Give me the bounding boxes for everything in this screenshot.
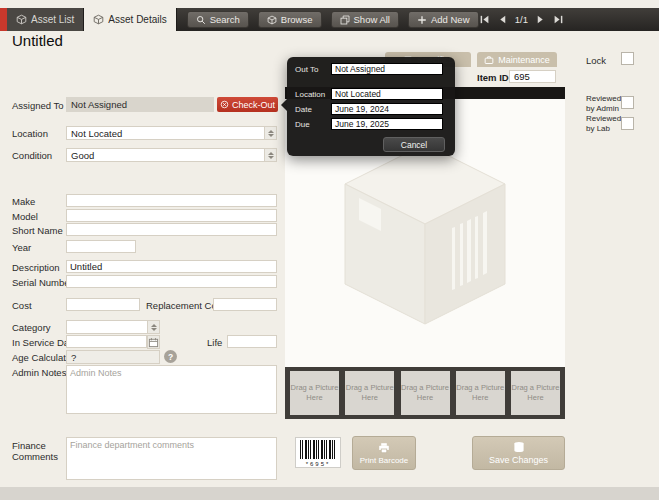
tab-asset-list[interactable]: Asset List: [7, 8, 84, 31]
reviewed-by-admin-checkbox[interactable]: [621, 96, 634, 109]
out-to-label: Out To: [295, 65, 318, 74]
asset-cube-watermark: [333, 136, 518, 331]
print-barcode-button[interactable]: Print Barcode: [352, 436, 416, 470]
popover-arrow-icon: [281, 99, 287, 111]
button-label: Save Changes: [489, 455, 548, 465]
life-field[interactable]: [227, 335, 277, 348]
printer-icon: [378, 442, 390, 454]
record-navigation: 1/1: [479, 8, 564, 31]
drop-zone-label: Drag a Picture Here: [290, 383, 339, 403]
out-to-field[interactable]: Not Assigned: [331, 63, 443, 75]
condition-value: Good: [71, 150, 94, 161]
picture-drop-zone[interactable]: Drag a Picture Here: [456, 371, 505, 415]
layers-icon: [340, 15, 350, 25]
show-all-button[interactable]: Show All: [331, 11, 399, 28]
browse-button[interactable]: Browse: [258, 11, 322, 28]
button-label: Print Barcode: [360, 456, 408, 465]
popover-due-field[interactable]: June 19, 2025: [331, 118, 443, 130]
category-label: Category: [12, 322, 51, 333]
stepper-icon[interactable]: [264, 149, 276, 161]
barcode-text: *695*: [306, 461, 331, 467]
last-record-icon[interactable]: [553, 14, 564, 25]
short-name-label: Short Name: [12, 225, 63, 236]
toolbar-buttons: Search Browse Show All Add New: [187, 8, 479, 31]
search-button[interactable]: Search: [187, 11, 249, 28]
reviewed-by-lab-checkbox[interactable]: [621, 117, 634, 130]
picture-drop-zone[interactable]: Drag a Picture Here: [345, 371, 394, 415]
cost-field[interactable]: [66, 298, 140, 311]
barcode-preview: *695*: [295, 437, 341, 468]
toolbox-icon: [484, 55, 494, 65]
serial-number-label: Serial Number: [12, 277, 73, 288]
tab-maintenance[interactable]: Maintenance: [477, 52, 557, 67]
picture-drop-zone[interactable]: Drag a Picture Here: [401, 371, 450, 415]
asset-details-screen: Asset List Asset Details Search Browse: [0, 0, 659, 500]
location-select[interactable]: Not Located: [66, 126, 277, 140]
box-icon: [93, 14, 104, 25]
lock-label: Lock: [586, 55, 606, 67]
admin-notes-field[interactable]: [66, 365, 277, 414]
button-label: Search: [210, 14, 240, 25]
model-field[interactable]: [66, 209, 277, 222]
reviewed-by-lab-label: Reviewed by Lab: [586, 114, 620, 135]
drop-zone-label: Drag a Picture Here: [511, 383, 560, 403]
cost-label: Cost: [12, 300, 32, 311]
in-service-date-field[interactable]: [66, 335, 147, 348]
check-out-popover: Out To Not Assigned Location Not Located…: [287, 57, 455, 156]
description-label: Description: [12, 262, 60, 273]
category-select[interactable]: [66, 320, 160, 334]
add-new-button[interactable]: Add New: [408, 11, 479, 28]
drop-zone-label: Drag a Picture Here: [401, 383, 450, 403]
admin-notes-label: Admin Notes: [12, 367, 66, 378]
first-record-icon[interactable]: [479, 14, 490, 25]
button-label: Add New: [431, 14, 470, 25]
description-field[interactable]: [66, 260, 277, 273]
box-icon: [267, 15, 277, 25]
item-id-value[interactable]: 695: [509, 70, 556, 83]
drop-zone-label: Drag a Picture Here: [456, 383, 505, 403]
tab-label: Asset List: [31, 14, 74, 25]
next-record-icon[interactable]: [535, 14, 546, 25]
save-changes-button[interactable]: Save Changes: [472, 436, 565, 470]
location-value: Not Located: [71, 128, 122, 139]
previous-record-icon[interactable]: [497, 14, 508, 25]
drop-zone-label: Drag a Picture Here: [345, 383, 394, 403]
record-counter: 1/1: [515, 14, 528, 25]
model-label: Model: [12, 211, 38, 222]
checkout-label: Check-Out: [232, 100, 275, 110]
make-field[interactable]: [66, 194, 277, 207]
picture-drop-zone[interactable]: Drag a Picture Here: [290, 371, 339, 415]
check-out-button[interactable]: Check-Out: [217, 97, 278, 112]
year-label: Year: [12, 242, 31, 253]
replacement-cost-field[interactable]: [213, 298, 277, 311]
condition-select[interactable]: Good: [66, 148, 277, 162]
status-footer: [0, 487, 659, 500]
button-label: Browse: [281, 14, 313, 25]
popover-location-field[interactable]: Not Located: [331, 88, 443, 100]
database-icon: [513, 441, 525, 453]
short-name-field[interactable]: [66, 223, 277, 236]
popover-date-label: Date: [295, 105, 312, 114]
tab-label: Maintenance: [498, 55, 550, 65]
popover-date-field[interactable]: June 19, 2024: [331, 103, 443, 115]
plus-icon: [417, 15, 427, 25]
box-icon: [16, 14, 27, 25]
help-icon[interactable]: ?: [164, 350, 177, 363]
calendar-picker-button[interactable]: [147, 335, 160, 349]
finance-comments-field[interactable]: [66, 437, 277, 480]
serial-number-field[interactable]: [66, 275, 277, 288]
stepper-icon[interactable]: [147, 321, 159, 333]
assigned-to-value[interactable]: Not Assigned: [66, 97, 214, 112]
picture-drop-strip: Drag a Picture Here Drag a Picture Here …: [285, 367, 565, 419]
cancel-button[interactable]: Cancel: [383, 137, 445, 152]
year-field[interactable]: [66, 240, 136, 253]
assigned-to-label: Assigned To: [12, 100, 64, 111]
button-label: Show All: [354, 14, 390, 25]
tab-asset-details[interactable]: Asset Details: [84, 8, 176, 31]
picture-drop-zone[interactable]: Drag a Picture Here: [511, 371, 560, 415]
lock-checkbox[interactable]: [621, 52, 634, 65]
finance-comments-label: Finance Comments: [12, 440, 57, 462]
item-id-label: Item ID: [477, 72, 509, 83]
life-label: Life: [207, 337, 222, 348]
stepper-icon[interactable]: [264, 127, 276, 139]
